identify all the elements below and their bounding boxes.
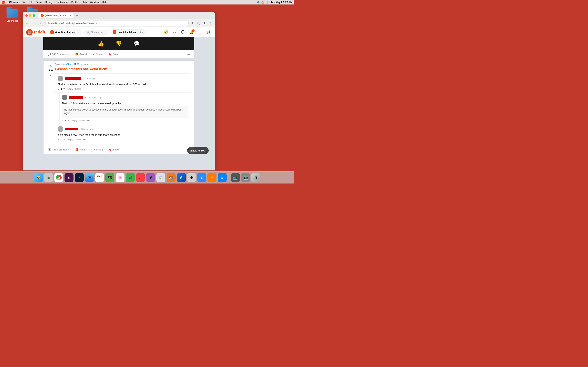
comment-share-button[interactable]: Share (75, 138, 81, 141)
dock-item-chrome[interactable] (54, 173, 63, 182)
menu-bookmarks[interactable]: Bookmarks (56, 1, 68, 4)
dock-item-podcasts[interactable]: 🎙 (146, 173, 155, 182)
notifications-button[interactable]: 🔔 6 (189, 29, 195, 35)
download-icon[interactable]: ⬇ (190, 21, 195, 26)
menu-tab[interactable]: Tab (83, 1, 87, 4)
dock-item-launchpad[interactable]: ⊞ (44, 173, 53, 182)
menu-help[interactable]: Help (102, 1, 107, 4)
more-button[interactable]: ••• (186, 52, 191, 57)
coins-button[interactable]: ⊙ (171, 29, 178, 35)
dock-item-trash[interactable]: 🗑 (251, 173, 260, 182)
browser-tab[interactable]: r (6) confidentlyincorrect × (38, 13, 73, 18)
refresh-button[interactable]: ↻ (38, 20, 44, 26)
dock-item-finder[interactable]: 🐱 (34, 173, 43, 182)
advertise-button[interactable]: 📢 (205, 29, 212, 35)
content-area[interactable]: 👍 👎 💬 💬 500 Comments (23, 37, 215, 170)
search-placeholder: Search Redd (91, 31, 105, 34)
downvote-button[interactable]: ▼ (48, 73, 53, 78)
tab-close-button[interactable]: × (70, 14, 71, 17)
comment-share-button[interactable]: Share (75, 88, 81, 90)
comment-reply-button[interactable]: Reply (67, 138, 73, 141)
dock-item-mail[interactable]: ✉ (85, 173, 94, 182)
menu-app-name[interactable]: Chrome (9, 1, 18, 4)
dock-item-photo-booth[interactable]: 📷 (241, 173, 250, 182)
comment-vote-section: ▲ 1 ▼ (62, 119, 69, 122)
upvote-large-button[interactable]: 👍 (97, 40, 105, 48)
dock-item-slack[interactable]: S (65, 173, 73, 182)
post-title[interactable]: Casinos hate this one weird trick! (55, 67, 191, 71)
upvote-button[interactable]: ▲ (48, 63, 53, 68)
active-subreddit-tag[interactable]: r/confidentlyincorrect × (111, 29, 146, 35)
dock-item-facetime[interactable]: 📹 (126, 173, 135, 182)
share-button[interactable]: ↗ Share (91, 52, 104, 57)
desktop-icon-old-images[interactable]: Old Images (4, 8, 20, 22)
comment-upvote[interactable]: ▲ (62, 119, 64, 122)
dock-item-system[interactable]: ⚙ (187, 173, 196, 182)
comment-reply-button[interactable]: Reply (67, 88, 73, 90)
post-author[interactable]: u/direct07 (66, 63, 76, 66)
create-post-button[interactable]: + (197, 30, 203, 35)
comments-button[interactable]: 💬 500 Comments (47, 52, 71, 57)
menu-file[interactable]: File (22, 1, 26, 4)
menu-edit[interactable]: Edit (29, 1, 33, 4)
share-button-bottom[interactable]: ↗ Share (92, 147, 104, 152)
award-button[interactable]: 🎁 Award (74, 52, 88, 57)
menu-view[interactable]: View (36, 1, 42, 4)
chevron-down-icon: ▾ (78, 31, 79, 34)
comment-downvote[interactable]: ▼ (63, 87, 65, 90)
more-nav-icon[interactable]: ⋮ (208, 21, 213, 26)
reddit-search-bar[interactable]: 🔍 Search Redd (84, 30, 108, 35)
find-icon[interactable]: 🔍 (196, 21, 201, 26)
tab-favicon: r (41, 14, 44, 17)
comment-more-button[interactable]: ••• (87, 119, 90, 122)
save-button[interactable]: 🔖 Save (107, 52, 120, 57)
downvote-large-button[interactable]: 👎 (115, 40, 123, 48)
dock-item-zoom[interactable]: Z (197, 173, 206, 182)
close-window-button[interactable] (25, 14, 28, 17)
comment-more-button[interactable]: ••• (83, 138, 86, 141)
comment-item: · 27 min. ago Find a roulette table that… (55, 74, 191, 92)
chat-button[interactable]: 💬 (180, 29, 186, 35)
share-nav-icon[interactable]: ⬆ (202, 21, 207, 26)
apple-menu[interactable]: 🍎 (2, 1, 5, 4)
dock-item-quicktime[interactable]: Q (218, 173, 227, 182)
menu-window[interactable]: Window (90, 1, 99, 4)
compass-button[interactable]: 🧭 (163, 29, 169, 35)
dock-item-calendar[interactable]: MAY2 (95, 173, 104, 182)
forward-button[interactable]: → (31, 20, 37, 26)
minimize-window-button[interactable] (29, 14, 31, 17)
comment-more-button[interactable]: ••• (83, 88, 86, 90)
back-to-top-button[interactable]: Back to Top (187, 147, 209, 154)
comments-button-bottom[interactable]: 💬 343 Comments (47, 147, 71, 152)
dock-item-appstore[interactable]: A (177, 173, 186, 182)
dock-item-photoshop[interactable]: Ps (75, 173, 84, 182)
remove-subreddit-icon[interactable]: × (142, 31, 143, 34)
dock-item-photos[interactable]: 🌸 (116, 173, 125, 182)
save-button-bottom[interactable]: 🔖 Save (107, 147, 120, 152)
menu-profiles[interactable]: Profiles (71, 1, 80, 4)
desktop: Old Images Thumbnails Screen Shot23-0...… (0, 4, 294, 171)
dock-item-music[interactable]: ♫ (136, 173, 145, 182)
comment-upvote[interactable]: ▲ (58, 87, 60, 90)
comment-downvote[interactable]: ▼ (67, 119, 69, 122)
comment-reply-button[interactable]: Reply (71, 119, 77, 122)
dock-item-books[interactable]: 📚 (167, 173, 176, 182)
dock-item-maps[interactable]: 🗺 (105, 173, 114, 182)
comment-upvote[interactable]: ▲ (58, 138, 60, 141)
maximize-window-button[interactable] (33, 14, 35, 17)
award-button-bottom[interactable]: 🎁 Award (74, 147, 88, 152)
dock-item-adobe[interactable]: Ai (208, 173, 216, 182)
dock-item-news[interactable]: 📰 (156, 173, 165, 182)
comment-downvote[interactable]: ▼ (63, 138, 65, 141)
address-bar[interactable]: 🔒 reddit.com/r/confidentlyincorrect/top/… (45, 21, 189, 26)
menu-history[interactable]: History (45, 1, 52, 4)
reddit-logo[interactable]: 🤖 reddit (26, 29, 45, 35)
dock-item-screen-mirror[interactable]: 📺 (231, 173, 240, 182)
back-button[interactable]: ← (25, 20, 30, 26)
comment-share-button[interactable]: Share (79, 119, 85, 122)
subreddit-selector[interactable]: r/confidentlyinco... ▾ (48, 29, 82, 35)
comment-avatar (62, 95, 67, 100)
new-tab-button[interactable]: + (74, 13, 80, 18)
comment-large-button[interactable]: 💬 (133, 40, 141, 48)
comment-text: Find a roulette table that's hit black a… (58, 83, 188, 86)
